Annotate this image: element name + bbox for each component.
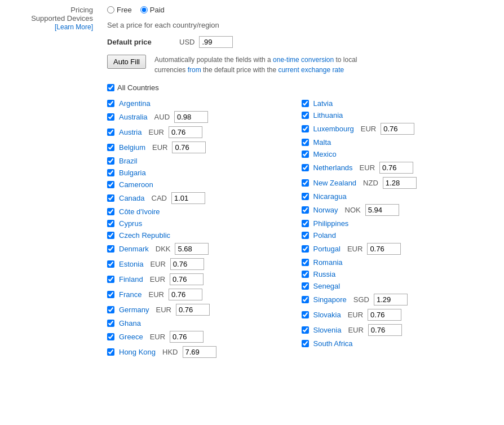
country-link-canada[interactable]: Canada <box>119 194 145 202</box>
price-input-slovenia[interactable] <box>368 324 402 336</box>
country-link-argentina[interactable]: Argentina <box>119 99 151 108</box>
country-link-austria[interactable]: Austria <box>119 128 142 136</box>
price-input-finland[interactable] <box>170 273 204 285</box>
country-link-cameroon[interactable]: Cameroon <box>119 180 153 189</box>
country-checkbox-brazil[interactable] <box>107 157 114 165</box>
price-input-denmark[interactable] <box>175 243 209 255</box>
country-link-germany[interactable]: Germany <box>119 306 149 314</box>
price-input-netherlands[interactable] <box>379 162 413 174</box>
price-input-singapore[interactable] <box>374 294 408 306</box>
country-link-france[interactable]: France <box>119 290 142 299</box>
country-checkbox-poland[interactable] <box>302 232 309 239</box>
country-checkbox-russia[interactable] <box>302 271 309 278</box>
country-checkbox-malta[interactable] <box>302 139 309 146</box>
learn-more-link[interactable]: [Learn More] <box>55 23 93 31</box>
country-link-bulgaria[interactable]: Bulgaria <box>119 169 146 177</box>
country-checkbox-austria[interactable] <box>107 129 114 136</box>
country-link-hong-kong[interactable]: Hong Kong <box>119 348 156 356</box>
price-input-luxembourg[interactable] <box>381 123 414 135</box>
country-checkbox-australia[interactable] <box>107 113 114 121</box>
country-link-malta[interactable]: Malta <box>313 138 331 147</box>
country-link-slovenia[interactable]: Slovenia <box>313 326 342 334</box>
country-link-portugal[interactable]: Portugal <box>313 245 341 253</box>
country-link-belgium[interactable]: Belgium <box>119 143 145 152</box>
autofill-button[interactable]: Auto Fill <box>107 55 146 69</box>
country-link-estonia[interactable]: Estonia <box>119 260 143 268</box>
country-checkbox-denmark[interactable] <box>107 245 114 253</box>
country-link-australia[interactable]: Australia <box>119 113 148 121</box>
free-radio-label[interactable]: Free <box>107 6 132 14</box>
country-link-netherlands[interactable]: Netherlands <box>313 163 353 172</box>
country-checkbox-norway[interactable] <box>302 206 309 214</box>
country-checkbox-latvia[interactable] <box>302 100 309 107</box>
country-link-lithuania[interactable]: Lithuania <box>313 111 343 119</box>
country-link-south-africa[interactable]: South Africa <box>313 339 353 348</box>
price-input-hong-kong[interactable] <box>183 346 216 358</box>
country-checkbox-romania[interactable] <box>302 259 309 266</box>
price-input-germany[interactable] <box>176 304 210 316</box>
country-checkbox-cameroon[interactable] <box>107 181 114 188</box>
country-checkbox-senegal[interactable] <box>302 282 309 290</box>
price-input-new-zealand[interactable] <box>383 177 417 189</box>
price-input-austria[interactable] <box>169 126 202 138</box>
country-link-luxembourg[interactable]: Luxembourg <box>313 125 354 133</box>
country-checkbox-lithuania[interactable] <box>302 112 309 119</box>
country-link-greece[interactable]: Greece <box>119 333 143 341</box>
country-checkbox-ghana[interactable] <box>107 320 114 327</box>
country-checkbox-philippines[interactable] <box>302 220 309 227</box>
country-checkbox-hong-kong[interactable] <box>107 348 114 356</box>
paid-radio[interactable] <box>140 6 148 14</box>
country-link-russia[interactable]: Russia <box>313 270 336 278</box>
country-link-philippines[interactable]: Philippines <box>313 219 349 228</box>
country-checkbox-belgium[interactable] <box>107 144 114 151</box>
country-checkbox-cyprus[interactable] <box>107 220 114 227</box>
country-link-senegal[interactable]: Senegal <box>313 282 341 290</box>
price-input-france[interactable] <box>169 289 202 300</box>
country-link-singapore[interactable]: Singapore <box>313 295 347 304</box>
country-checkbox-slovakia[interactable] <box>302 311 309 318</box>
country-checkbox-bulgaria[interactable] <box>107 169 114 176</box>
country-checkbox-greece[interactable] <box>107 333 114 340</box>
country-checkbox-czech-republic[interactable] <box>107 232 114 239</box>
country-checkbox-argentina[interactable] <box>107 100 114 107</box>
price-input-slovakia[interactable] <box>368 309 401 321</box>
country-link-latvia[interactable]: Latvia <box>313 99 333 108</box>
price-input-belgium[interactable] <box>172 141 206 153</box>
country-checkbox-finland[interactable] <box>107 276 114 283</box>
default-price-input[interactable] <box>199 36 233 48</box>
country-link-ghana[interactable]: Ghana <box>119 319 141 327</box>
country-checkbox-canada[interactable] <box>107 194 114 202</box>
country-checkbox-south-africa[interactable] <box>302 340 309 347</box>
country-checkbox-new-zealand[interactable] <box>302 179 309 187</box>
country-checkbox-mexico[interactable] <box>302 150 309 158</box>
country-link-mexico[interactable]: Mexico <box>313 150 337 158</box>
paid-radio-label[interactable]: Paid <box>140 6 165 14</box>
country-checkbox-germany[interactable] <box>107 306 114 313</box>
country-link-new-zealand[interactable]: New Zealand <box>313 179 357 187</box>
country-checkbox-netherlands[interactable] <box>302 164 309 171</box>
price-input-canada[interactable] <box>171 192 205 204</box>
country-checkbox-luxembourg[interactable] <box>302 125 309 132</box>
country-link-nicaragua[interactable]: Nicaragua <box>313 192 347 201</box>
country-link-côte-d'ivoire[interactable]: Côte d'Ivoire <box>119 207 160 216</box>
country-link-romania[interactable]: Romania <box>313 258 343 267</box>
country-link-czech-republic[interactable]: Czech Republic <box>119 231 170 240</box>
price-input-norway[interactable] <box>365 204 399 216</box>
country-checkbox-nicaragua[interactable] <box>302 193 309 200</box>
country-link-denmark[interactable]: Denmark <box>119 245 149 253</box>
price-input-greece[interactable] <box>170 331 204 343</box>
country-link-norway[interactable]: Norway <box>313 206 338 214</box>
price-input-estonia[interactable] <box>170 258 204 270</box>
country-checkbox-france[interactable] <box>107 291 114 298</box>
country-link-finland[interactable]: Finland <box>119 275 143 284</box>
country-checkbox-estonia[interactable] <box>107 260 114 268</box>
country-checkbox-singapore[interactable] <box>302 296 309 303</box>
country-checkbox-côte-d'ivoire[interactable] <box>107 208 114 215</box>
all-countries-checkbox[interactable] <box>107 84 114 91</box>
country-checkbox-portugal[interactable] <box>302 245 309 253</box>
country-link-brazil[interactable]: Brazil <box>119 157 138 165</box>
country-checkbox-slovenia[interactable] <box>302 326 309 334</box>
country-link-slovakia[interactable]: Slovakia <box>313 311 341 319</box>
price-input-australia[interactable] <box>174 111 208 123</box>
country-link-cyprus[interactable]: Cyprus <box>119 219 142 228</box>
